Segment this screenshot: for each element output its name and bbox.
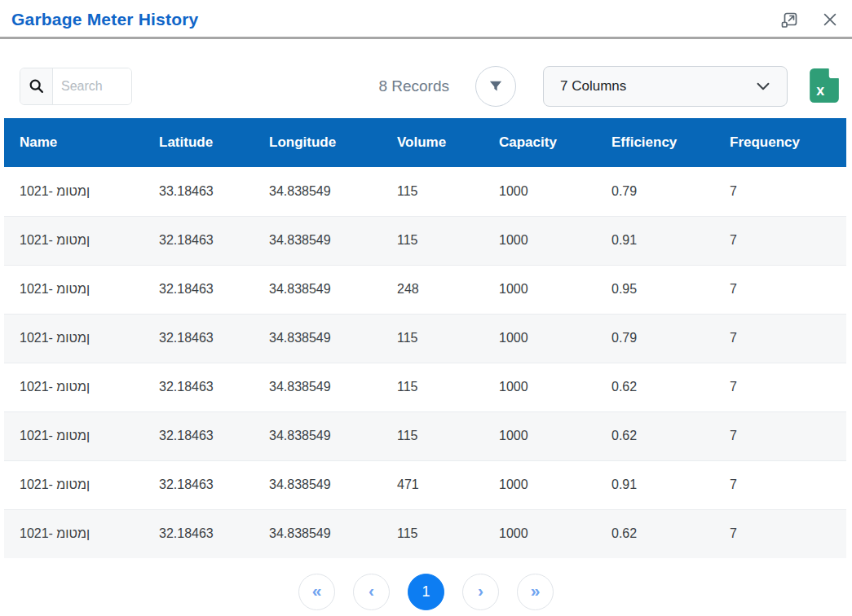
cell-frequency: 7 — [714, 216, 846, 265]
records-count: 8 Records — [378, 77, 449, 95]
cell-efficiency: 0.91 — [596, 460, 714, 509]
close-icon — [821, 11, 839, 29]
cell-frequency: 7 — [714, 167, 846, 216]
cell-capacity: 1000 — [483, 216, 596, 265]
history-table: Name Latitude Longitude Volume Capacity … — [4, 118, 846, 558]
expand-window-button[interactable] — [779, 9, 800, 30]
cell-longitude: 34.838549 — [254, 411, 382, 460]
cell-name: 1021- מוטמן — [4, 265, 143, 314]
cell-longitude: 34.838549 — [254, 314, 382, 363]
cell-name: 1021- מוטמן — [4, 460, 143, 509]
column-header-volume[interactable]: Volume — [382, 118, 483, 167]
cell-efficiency: 0.79 — [596, 314, 714, 363]
cell-name: 1021- מוטמן — [4, 363, 143, 411]
cell-volume: 115 — [382, 216, 483, 265]
cell-longitude: 34.838549 — [254, 460, 382, 509]
cell-latitude: 32.18463 — [143, 509, 254, 558]
excel-file-icon: x — [810, 68, 839, 103]
cell-longitude: 34.838549 — [254, 509, 382, 558]
cell-efficiency: 0.62 — [596, 509, 714, 558]
table-row: 1021- מוטמן 32.18463 34.838549 115 1000 … — [4, 314, 846, 363]
filter-button[interactable] — [475, 66, 516, 107]
cell-volume: 248 — [382, 265, 483, 314]
cell-volume: 471 — [382, 460, 483, 509]
cell-frequency: 7 — [714, 314, 846, 363]
columns-select[interactable]: 7 Columns — [543, 66, 788, 107]
table-header-row: Name Latitude Longitude Volume Capacity … — [4, 118, 846, 167]
page-title: Garbage Meter History — [11, 10, 198, 29]
cell-latitude: 33.18463 — [143, 167, 254, 216]
cell-capacity: 1000 — [483, 314, 596, 363]
cell-name: 1021- מוטמן — [4, 411, 143, 460]
cell-name: 1021- מוטמן — [4, 509, 143, 558]
table-row: 1021- מוטמן 32.18463 34.838549 115 1000 … — [4, 363, 846, 411]
cell-name: 1021- מוטמן — [4, 167, 143, 216]
next-page-button[interactable]: › — [462, 574, 499, 610]
table-row: 1021- מוטמן 33.18463 34.838549 115 1000 … — [4, 167, 846, 216]
close-button[interactable] — [819, 9, 841, 30]
cell-volume: 115 — [382, 363, 483, 411]
cell-frequency: 7 — [714, 460, 846, 509]
svg-text:x: x — [816, 82, 824, 99]
cell-latitude: 32.18463 — [143, 411, 254, 460]
cell-frequency: 7 — [714, 265, 846, 314]
toolbar: 8 Records 7 Columns x — [20, 66, 840, 107]
prev-page-button[interactable]: ‹ — [353, 574, 390, 610]
cell-volume: 115 — [382, 509, 483, 558]
columns-select-value: 7 Columns — [560, 78, 754, 95]
cell-name: 1021- מוטמן — [4, 314, 143, 363]
cell-longitude: 34.838549 — [254, 216, 382, 265]
cell-volume: 115 — [382, 411, 483, 460]
column-header-capacity[interactable]: Capacity — [483, 118, 596, 167]
funnel-icon — [488, 78, 504, 95]
open-in-new-window-icon — [779, 10, 799, 29]
cell-efficiency: 0.62 — [596, 363, 714, 411]
cell-volume: 115 — [382, 314, 483, 363]
cell-latitude: 32.18463 — [143, 314, 254, 363]
titlebar: Garbage Meter History — [0, 0, 852, 37]
first-page-button[interactable]: « — [298, 574, 335, 610]
cell-frequency: 7 — [714, 509, 846, 558]
search-icon — [20, 68, 53, 104]
last-page-button[interactable]: » — [517, 574, 554, 610]
cell-capacity: 1000 — [483, 411, 596, 460]
table-row: 1021- מוטמן 32.18463 34.838549 115 1000 … — [4, 216, 846, 265]
cell-capacity: 1000 — [483, 460, 596, 509]
column-header-efficiency[interactable]: Efficiency — [596, 118, 714, 167]
garbage-meter-history-window: Garbage Meter History — [0, 0, 852, 610]
cell-frequency: 7 — [714, 363, 846, 411]
cell-capacity: 1000 — [483, 265, 596, 314]
cell-capacity: 1000 — [483, 167, 596, 216]
search-group — [20, 68, 132, 105]
cell-efficiency: 0.91 — [596, 216, 714, 265]
table-row: 1021- מוטמן 32.18463 34.838549 115 1000 … — [4, 411, 846, 460]
column-header-longitude[interactable]: Longitude — [254, 118, 382, 167]
cell-volume: 115 — [382, 167, 483, 216]
search-input[interactable] — [53, 68, 131, 104]
cell-latitude: 32.18463 — [143, 363, 254, 411]
cell-capacity: 1000 — [483, 363, 596, 411]
current-page-button[interactable]: 1 — [408, 574, 444, 610]
cell-longitude: 34.838549 — [254, 363, 382, 411]
cell-capacity: 1000 — [483, 509, 596, 558]
cell-efficiency: 0.79 — [596, 167, 714, 216]
cell-latitude: 32.18463 — [143, 265, 254, 314]
table-row: 1021- מוטמן 32.18463 34.838549 115 1000 … — [4, 509, 846, 558]
cell-longitude: 34.838549 — [254, 167, 382, 216]
title-divider — [0, 37, 852, 39]
cell-latitude: 32.18463 — [143, 216, 254, 265]
column-header-name[interactable]: Name — [4, 118, 143, 167]
column-header-latitude[interactable]: Latitude — [143, 118, 254, 167]
cell-efficiency: 0.62 — [596, 411, 714, 460]
chevron-down-icon — [754, 77, 772, 95]
table-row: 1021- מוטמן 32.18463 34.838549 471 1000 … — [4, 460, 846, 509]
pagination: « ‹ 1 › » — [0, 574, 852, 610]
cell-frequency: 7 — [714, 411, 846, 460]
cell-latitude: 32.18463 — [143, 460, 254, 509]
cell-name: 1021- מוטמן — [4, 216, 143, 265]
cell-efficiency: 0.95 — [596, 265, 714, 314]
export-excel-button[interactable]: x — [809, 68, 840, 104]
cell-longitude: 34.838549 — [254, 265, 382, 314]
table-body: 1021- מוטמן 33.18463 34.838549 115 1000 … — [4, 167, 846, 558]
column-header-frequency[interactable]: Frequency — [714, 118, 846, 167]
